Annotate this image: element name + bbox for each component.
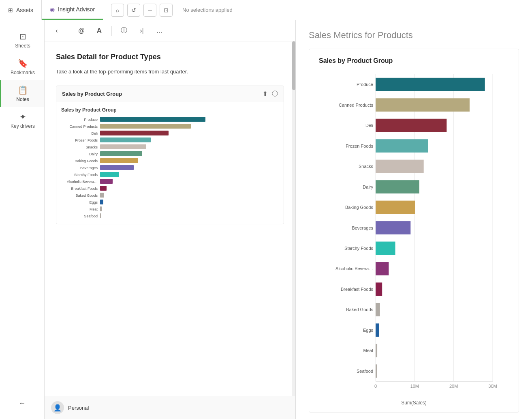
search-action-btn[interactable]: ⌕ [111, 4, 124, 17]
sidebar-sheets-label: Sheets [15, 43, 30, 49]
mini-bar-track [100, 213, 279, 219]
assets-tab[interactable]: ⊞ Assets [0, 0, 42, 20]
mini-bar-fill [100, 131, 169, 135]
panel-area: ‹ @ A ⓘ ›| … Sales Detail for Product Ty… [45, 20, 532, 419]
big-bar-label: Deli [365, 123, 373, 128]
big-bar-fill [376, 201, 415, 214]
sidebar-bottom: ← [14, 394, 31, 419]
mini-chart-inner-title: Sales by Product Group [61, 107, 279, 113]
toolbar-divider-2 [111, 26, 112, 36]
mini-bar-track [100, 117, 279, 122]
svg-text:30M: 30M [488, 384, 497, 389]
mini-bar-label: Starchy Foods [61, 173, 98, 177]
mini-bar-track [100, 200, 279, 205]
big-bar-label: Baked Goods [346, 307, 373, 312]
embedded-chart-title: Sales by Product Group [62, 91, 122, 97]
refresh-action-btn[interactable]: ↺ [127, 4, 140, 17]
at-btn[interactable]: @ [76, 25, 87, 37]
mini-bar-track [100, 138, 279, 143]
big-bar-label: Canned Products [339, 103, 373, 107]
big-bar-label: Breakfast Foods [341, 287, 374, 292]
mini-bar-row: Deli [61, 131, 279, 136]
sidebar-item-notes[interactable]: 📋 Notes [0, 80, 44, 107]
big-bar-label: Produce [357, 82, 373, 87]
big-bar-label: Baking Goods [345, 205, 374, 210]
mini-bar-row: Baking Goods [61, 158, 279, 164]
insight-advisor-tab[interactable]: ◉ Insight Advisor [42, 0, 103, 20]
sidebar-item-sheets[interactable]: ⊡ Sheets [0, 27, 44, 54]
mini-bar-fill [100, 144, 146, 149]
right-panel: Sales Metrics for Products Sales by Prod… [296, 20, 532, 419]
embedded-chart-card: Sales by Product Group ⬆ ⓘ Sales by Prod… [56, 86, 284, 224]
assets-icon: ⊞ [8, 7, 13, 13]
big-bar-label: Dairy [363, 185, 373, 189]
sidebar-item-key-drivers[interactable]: ✦ Key drivers [0, 107, 44, 134]
mini-bar-label: Breakfast Foods [61, 187, 98, 191]
sidebar-collapse-btn[interactable]: ← [14, 394, 31, 413]
big-bar-fill [376, 282, 382, 296]
mini-bar-track [100, 144, 279, 150]
big-bar-fill [376, 364, 377, 378]
mini-bar-track [100, 131, 279, 136]
text-btn[interactable]: A [94, 25, 105, 37]
mini-bar-track [100, 179, 279, 185]
mini-bar-track [100, 193, 279, 198]
top-bar-actions: ⌕ ↺ → ⊡ [105, 4, 179, 17]
chart-export-icon[interactable]: ⬆ [263, 90, 268, 98]
sidebar-item-bookmarks[interactable]: 🔖 Bookmarks [0, 54, 44, 80]
assets-label: Assets [16, 7, 33, 13]
back-btn[interactable]: ‹ [51, 25, 62, 37]
mini-bar-label: Deli [61, 131, 98, 135]
next-section-btn[interactable]: ›| [136, 25, 147, 37]
left-panel: ‹ @ A ⓘ ›| … Sales Detail for Product Ty… [45, 20, 296, 419]
mini-bar-track [100, 158, 279, 164]
mini-bar-track [100, 186, 279, 191]
big-bar-fill [376, 344, 377, 357]
info-btn[interactable]: ⓘ [118, 25, 130, 37]
mini-bar-track [100, 124, 279, 129]
mini-chart: Sales by Product Group ProduceCanned Pro… [56, 102, 284, 224]
big-bar-label: Frozen Foods [346, 144, 373, 148]
mini-bar-fill [100, 165, 134, 170]
big-bar-fill [376, 180, 419, 193]
svg-text:20M: 20M [449, 384, 458, 389]
snapshot-action-btn[interactable]: ⊡ [160, 4, 173, 17]
mini-bar-fill [100, 186, 107, 191]
chart-info-icon[interactable]: ⓘ [272, 90, 278, 98]
mini-bar-label: Frozen Foods [61, 138, 98, 142]
mini-bar-fill [100, 179, 113, 184]
big-bar-fill [376, 262, 389, 275]
main-layout: ⊡ Sheets 🔖 Bookmarks 📋 Notes ✦ Key drive… [0, 20, 532, 419]
note-subtitle: Take a look at the top-performing items … [56, 68, 284, 76]
note-footer: 👤 Personal [45, 396, 295, 419]
embedded-chart-header: Sales by Product Group ⬆ ⓘ [56, 86, 284, 102]
big-bar-fill [376, 98, 470, 112]
mini-bar-row: Produce [61, 117, 279, 122]
big-bar-label: Alcoholic Bevera… [335, 266, 373, 271]
panel-scroll-thumb [292, 41, 295, 90]
mini-bar-label: Alcoholic Bevera… [61, 180, 98, 184]
forward-action-btn[interactable]: → [143, 4, 156, 17]
mini-bar-label: Baking Goods [61, 159, 98, 163]
big-bar-label: Eggs [363, 328, 374, 333]
big-bar-fill [376, 323, 379, 337]
insight-icon: ◉ [50, 6, 55, 13]
sidebar: ⊡ Sheets 🔖 Bookmarks 📋 Notes ✦ Key drive… [0, 20, 45, 419]
mini-bar-label: Snacks [61, 145, 98, 149]
footer-label: Personal [68, 405, 89, 411]
panel-scroll-bar [292, 41, 295, 396]
toolbar-divider-1 [69, 26, 69, 36]
bookmarks-icon: 🔖 [18, 58, 28, 68]
big-bar-fill [376, 139, 428, 153]
sheets-icon: ⊡ [19, 32, 26, 41]
big-chart-title: Sales by Product Group [319, 57, 509, 64]
insight-label: Insight Advisor [58, 6, 95, 13]
mini-bar-track [100, 151, 279, 157]
sidebar-notes-label: Notes [16, 97, 29, 102]
more-btn[interactable]: … [154, 25, 165, 37]
mini-bar-fill [100, 138, 151, 142]
big-bar-label: Beverages [352, 226, 373, 230]
note-content[interactable]: Sales Detail for Product Types Take a lo… [45, 41, 295, 396]
mini-bar-track [100, 206, 279, 212]
mini-bar-row: Snacks [61, 144, 279, 150]
